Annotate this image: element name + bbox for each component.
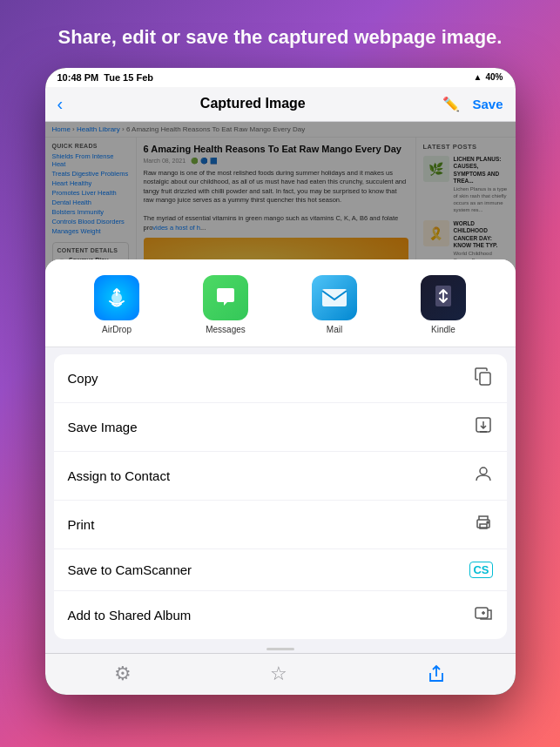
copy-icon <box>474 367 493 390</box>
save-button[interactable]: Save <box>472 97 503 111</box>
app-item-mail[interactable]: Mail <box>312 275 357 334</box>
save-image-action[interactable]: Save Image <box>54 403 507 452</box>
app-item-messages[interactable]: Messages <box>203 275 248 334</box>
tab-favorites[interactable]: ☆ <box>270 663 287 685</box>
mail-icon <box>312 275 357 320</box>
share-sheet-overlay: AirDrop Messages <box>45 122 516 653</box>
print-icon <box>474 513 493 536</box>
camscanner-label: Save to CamScanner <box>68 562 192 577</box>
device-frame: 10:48 PM Tue 15 Feb ▲ 40% ‹ Captured Ima… <box>45 68 516 695</box>
content-area: Home › Health Library › 6 Amazing Health… <box>45 122 516 653</box>
print-action[interactable]: Print <box>54 501 507 549</box>
svg-point-5 <box>480 468 487 474</box>
save-image-label: Save Image <box>68 420 138 434</box>
action-list: Copy Save Image <box>54 354 507 639</box>
app-row: AirDrop Messages <box>45 259 516 347</box>
share-panel: AirDrop Messages <box>45 259 516 653</box>
svg-rect-1 <box>322 289 347 306</box>
messages-label: Messages <box>206 325 246 334</box>
camscanner-action[interactable]: Save to CamScanner CS <box>54 549 507 591</box>
airdrop-label: AirDrop <box>102 325 132 334</box>
status-time: 10:48 PM Tue 15 Feb <box>57 72 153 83</box>
assign-contact-icon <box>474 464 493 488</box>
kindle-label: Kindle <box>431 325 455 334</box>
app-item-kindle[interactable]: Kindle <box>421 275 466 334</box>
battery-indicator: 40% <box>485 72 503 82</box>
mail-label: Mail <box>327 325 342 334</box>
svg-rect-3 <box>480 373 490 385</box>
nav-title: Captured Image <box>200 96 306 111</box>
status-right: ▲ 40% <box>474 72 503 82</box>
airdrop-icon <box>94 275 139 320</box>
tab-settings[interactable]: ⚙ <box>114 663 132 685</box>
wifi-icon: ▲ <box>474 72 482 82</box>
status-bar: 10:48 PM Tue 15 Feb ▲ 40% <box>45 68 516 87</box>
shared-album-icon <box>474 603 493 627</box>
nav-bar: ‹ Captured Image ✏️ Save <box>45 87 516 122</box>
edit-icon[interactable]: ✏️ <box>442 96 460 112</box>
tab-share[interactable] <box>427 664 446 683</box>
nav-actions: ✏️ Save <box>442 96 503 112</box>
copy-action[interactable]: Copy <box>54 354 507 403</box>
tab-bar: ⚙ ☆ <box>45 653 516 695</box>
header-text: Share, edit or save the captured webpage… <box>6 0 555 68</box>
print-label: Print <box>68 517 95 532</box>
svg-rect-7 <box>480 524 487 528</box>
camscanner-icon: CS <box>469 562 492 578</box>
messages-icon <box>203 275 248 320</box>
back-button[interactable]: ‹ <box>57 94 64 114</box>
svg-point-8 <box>487 522 489 523</box>
save-image-icon <box>474 415 493 439</box>
header-title: Share, edit or save the captured webpage… <box>58 26 503 48</box>
copy-label: Copy <box>68 371 98 386</box>
app-item-airdrop[interactable]: AirDrop <box>94 275 139 334</box>
kindle-icon <box>421 275 466 320</box>
shared-album-label: Add to Shared Album <box>68 608 192 622</box>
shared-album-action[interactable]: Add to Shared Album <box>54 591 507 639</box>
assign-contact-action[interactable]: Assign to Contact <box>54 452 507 501</box>
assign-contact-label: Assign to Contact <box>68 468 171 483</box>
